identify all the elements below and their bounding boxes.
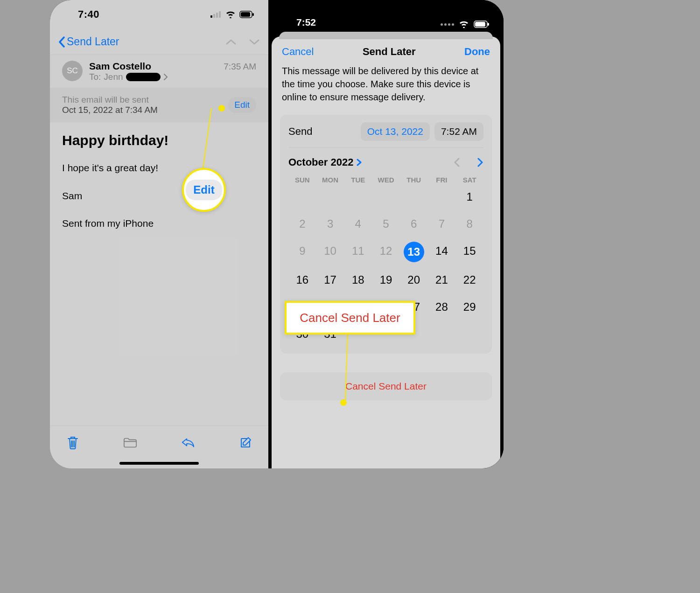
redacted [126, 73, 161, 81]
svg-rect-2 [252, 13, 254, 16]
calendar-blank [288, 188, 316, 206]
received-time: 7:35 AM [224, 62, 256, 72]
body-line: I hope it's a great day! [62, 160, 256, 175]
calendar-day[interactable]: 29 [455, 298, 483, 316]
schedule-banner: This email will be sent Oct 15, 2022 at … [50, 88, 268, 122]
calendar-blank [428, 188, 456, 206]
calendar-day[interactable]: 12 [372, 242, 400, 260]
message-body: Happy birthday! I hope it's a great day!… [50, 122, 268, 254]
battery-icon [474, 21, 490, 28]
calendar-day[interactable]: 9 [288, 242, 316, 260]
folder-icon[interactable] [123, 436, 137, 450]
chevron-right-icon [356, 159, 362, 166]
prev-next [225, 38, 260, 46]
annotation-edit-label: Edit [186, 180, 222, 200]
calendar-day[interactable]: 10 [316, 242, 344, 260]
svg-rect-4 [475, 22, 485, 27]
mail-message-screen: 7:40 Send Later SC Sam Costello To [50, 0, 268, 468]
calendar-day[interactable]: 18 [344, 271, 372, 289]
sheet-note: This message will be delivered by this d… [272, 64, 500, 115]
sheet-header: Cancel Send Later Done [272, 36, 500, 64]
calendar-day[interactable]: 3 [316, 215, 344, 233]
annotation-cancel-callout: Cancel Send Later [285, 301, 415, 335]
subject: Happy birthday! [62, 133, 256, 148]
month-picker[interactable]: October 2022 [288, 156, 362, 168]
send-row: Send Oct 13, 2022 7:52 AM [288, 122, 483, 148]
send-later-screen: 7:52 Cancel Send Later Done This message… [268, 0, 504, 468]
cancel-button[interactable]: Cancel [282, 46, 314, 58]
calendar-day[interactable]: 16 [288, 271, 316, 289]
prev-month-icon[interactable] [454, 158, 460, 167]
calendar-day[interactable]: 20 [400, 271, 428, 289]
weekday-label: THU [400, 176, 428, 184]
calendar-blank [400, 188, 428, 206]
status-bar: 7:40 [50, 0, 268, 29]
calendar-day[interactable]: 2 [288, 215, 316, 233]
calendar-day[interactable]: 21 [428, 271, 456, 289]
cancel-send-later-button[interactable]: Cancel Send Later [280, 372, 492, 400]
chevron-right-icon [163, 74, 168, 80]
calendar-day[interactable]: 14 [428, 242, 456, 260]
month-label: October 2022 [288, 156, 353, 168]
calendar-day[interactable]: 22 [455, 271, 483, 289]
message-header: SC Sam Costello To: Jenn 7:35 AM [50, 55, 268, 88]
battery-icon [239, 11, 254, 18]
chevron-down-icon[interactable] [249, 38, 260, 46]
back-button[interactable]: Send Later [58, 35, 119, 48]
calendar-day[interactable]: 1 [455, 188, 483, 206]
to-line[interactable]: To: Jenn [89, 72, 168, 82]
trash-icon[interactable] [66, 436, 80, 450]
chevron-left-icon [58, 36, 66, 48]
wifi-icon [225, 11, 236, 18]
compose-icon[interactable] [238, 436, 252, 450]
schedule-line1: This email will be sent [62, 95, 158, 105]
sender-name[interactable]: Sam Costello [89, 61, 168, 72]
status-time: 7:52 [282, 17, 316, 28]
body-signoff: Sam [62, 188, 256, 203]
annotation-dot [218, 105, 225, 112]
calendar-day[interactable]: 4 [344, 215, 372, 233]
weekday-label: SUN [288, 176, 316, 184]
month-row: October 2022 [288, 148, 483, 173]
calendar-day[interactable]: 19 [372, 271, 400, 289]
done-button[interactable]: Done [464, 46, 490, 58]
weekday-label: TUE [344, 176, 372, 184]
cellular-icon [210, 11, 222, 18]
calendar-day[interactable]: 8 [455, 215, 483, 233]
nav-bar: Send Later [50, 29, 268, 55]
calendar-day[interactable]: 5 [372, 215, 400, 233]
send-label: Send [288, 126, 356, 138]
calendar-day[interactable]: 15 [455, 242, 483, 260]
calendar-day[interactable]: 7 [428, 215, 456, 233]
weekday-row: SUNMONTUEWEDTHUFRISAT [288, 173, 483, 188]
calendar-blank [372, 188, 400, 206]
cellular-icon [441, 23, 454, 26]
calendar-day[interactable]: 28 [428, 298, 456, 316]
send-time-pill[interactable]: 7:52 AM [434, 122, 483, 141]
next-month-icon[interactable] [477, 158, 483, 167]
send-later-sheet: Cancel Send Later Done This message will… [272, 36, 500, 468]
to-label: To: [89, 72, 101, 82]
annotation-dot [340, 399, 347, 406]
svg-rect-1 [241, 12, 250, 17]
status-icons [210, 11, 254, 18]
to-name: Jenn [104, 72, 123, 82]
edit-button[interactable]: Edit [228, 97, 256, 113]
reply-icon[interactable] [181, 436, 195, 450]
calendar-blank [316, 188, 344, 206]
status-bar: 7:52 [268, 0, 504, 33]
send-date-pill[interactable]: Oct 13, 2022 [361, 122, 430, 141]
calendar-day[interactable]: 17 [316, 271, 344, 289]
home-indicator [119, 462, 199, 465]
weekday-label: MON [316, 176, 344, 184]
back-label: Send Later [67, 35, 119, 48]
chevron-up-icon[interactable] [225, 38, 237, 46]
status-time: 7:40 [64, 8, 99, 21]
schedule-line2: Oct 15, 2022 at 7:34 AM [62, 105, 158, 115]
wifi-icon [459, 21, 469, 28]
annotation-edit-callout: Edit [182, 168, 226, 212]
calendar-day[interactable]: 6 [400, 215, 428, 233]
calendar-day[interactable]: 11 [344, 242, 372, 260]
calendar-day[interactable]: 13 [404, 242, 424, 262]
body-signature: Sent from my iPhone [62, 216, 256, 231]
